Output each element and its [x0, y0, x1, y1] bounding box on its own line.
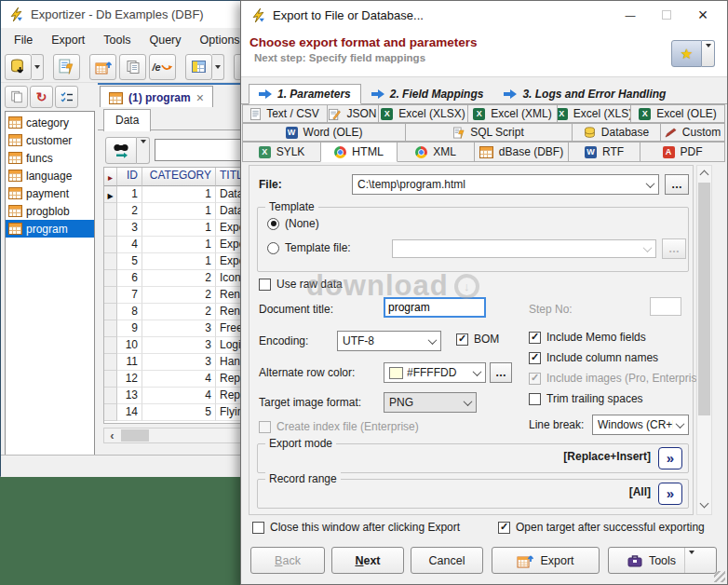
close-tab-icon[interactable] — [196, 90, 204, 105]
menu-file[interactable]: File — [5, 30, 42, 50]
scroll-left-icon[interactable] — [104, 429, 120, 442]
table-item-progblob[interactable]: progblob — [6, 202, 94, 220]
favorites-dropdown[interactable] — [702, 40, 715, 67]
format-tab-xml[interactable]: XML — [397, 142, 475, 162]
checklist-button[interactable] — [55, 86, 78, 108]
tab-data[interactable]: Data — [103, 109, 151, 131]
step-tab-parameters[interactable]: 1. Parameters — [249, 84, 361, 104]
table-item-language[interactable]: language — [6, 167, 94, 184]
refresh-button[interactable] — [30, 86, 53, 108]
format-tab-database[interactable]: Database — [572, 123, 661, 142]
format-tab-excel-xml[interactable]: Excel (XML) — [467, 104, 558, 123]
copy-table-button[interactable] — [5, 86, 28, 108]
chevron-down-icon[interactable] — [646, 179, 655, 188]
favorites-button[interactable] — [671, 40, 702, 67]
resize-grip[interactable] — [714, 571, 725, 582]
checkbox[interactable] — [529, 332, 541, 344]
radio-template-file[interactable] — [267, 242, 279, 254]
format-tab-sylk[interactable]: SYLK — [242, 142, 321, 162]
radio-none[interactable] — [267, 218, 279, 230]
column-header-category[interactable]: CATEGORY — [142, 168, 216, 186]
format-tab-html[interactable]: HTML — [320, 142, 398, 162]
cancel-button[interactable]: Cancel — [411, 547, 483, 574]
document-tab-program[interactable]: (1) program — [100, 86, 213, 109]
find-button[interactable] — [105, 137, 137, 164]
use-raw-data-checkbox[interactable]: Use raw data — [259, 278, 343, 291]
format-tab-pdf[interactable]: PDF — [640, 142, 725, 162]
format-tab-custom[interactable]: Custom — [660, 123, 725, 142]
chevron-down-icon[interactable] — [428, 335, 438, 345]
table-item-customer[interactable]: customer — [6, 131, 94, 149]
tools-button[interactable]: Tools — [608, 547, 717, 574]
chevron-down-icon[interactable] — [676, 419, 685, 429]
checkbox[interactable] — [529, 352, 541, 364]
open-database-button[interactable] — [5, 54, 32, 80]
next-button[interactable]: Next — [331, 547, 404, 574]
browse-file-button[interactable] — [665, 174, 689, 195]
format-tab-rtf[interactable]: RTF — [568, 142, 640, 162]
table-item-payment[interactable]: payment — [6, 184, 94, 202]
edit-data-button[interactable] — [53, 54, 80, 80]
trim-trailing-spaces-checkbox[interactable]: Trim trailing spaces — [529, 392, 643, 405]
target-image-format-combobox[interactable]: PNG — [384, 392, 477, 413]
format-tab-json[interactable]: JSON — [327, 104, 379, 123]
chevron-down-icon[interactable] — [473, 367, 482, 376]
parameters-scrollbar[interactable] — [696, 165, 712, 515]
open-database-dropdown[interactable] — [32, 54, 44, 80]
table-explorer: category customer funcs language payment… — [5, 111, 95, 456]
format-tab-dbase[interactable]: dBase (DBF) — [474, 142, 569, 162]
open-target-checkbox[interactable]: Open target after successful exporting — [498, 521, 705, 534]
copy-button[interactable] — [119, 54, 146, 80]
scrollbar-thumb[interactable] — [121, 429, 149, 442]
menu-tools[interactable]: Tools — [94, 30, 140, 50]
tools-dropdown[interactable] — [684, 548, 697, 573]
scroll-down-icon[interactable] — [700, 499, 709, 509]
format-tab-sql-script[interactable]: SQL Script — [405, 123, 573, 142]
export-command-button[interactable]: /e — [149, 54, 176, 80]
format-tab-word-ole[interactable]: Word (OLE) — [242, 123, 406, 142]
format-tab-excel-ole[interactable]: Excel (OLE) — [630, 104, 725, 123]
checkbox[interactable] — [456, 333, 468, 346]
back-button: Back — [250, 547, 325, 574]
table-item-category[interactable]: category — [6, 114, 94, 131]
template-none-option[interactable]: (None) — [267, 217, 319, 230]
menu-export[interactable]: Export — [42, 30, 94, 50]
find-dropdown[interactable] — [137, 137, 150, 164]
line-break-combobox[interactable]: Windows (CR+LF) — [592, 415, 689, 435]
minimize-button[interactable] — [615, 4, 645, 26]
file-combobox[interactable]: C:\temp\program.html — [352, 174, 659, 195]
close-after-export-checkbox[interactable]: Close this window after clicking Export — [252, 521, 460, 534]
table-item-funcs[interactable]: funcs — [6, 149, 94, 167]
include-column-names-checkbox[interactable]: Include column names — [529, 351, 658, 364]
export-table-button[interactable] — [89, 54, 116, 80]
scroll-up-icon[interactable] — [700, 170, 709, 180]
checkbox[interactable] — [252, 522, 264, 534]
view-table-dropdown[interactable] — [212, 54, 224, 80]
step-arrow-icon — [371, 89, 384, 99]
table-item-program[interactable]: program — [6, 220, 94, 238]
alternate-row-color-combobox[interactable]: #FFFFDD — [384, 362, 486, 383]
format-tab-excel-xls[interactable]: Excel (XLS) — [557, 104, 631, 123]
pick-color-button[interactable] — [490, 362, 512, 383]
checkbox[interactable] — [498, 522, 510, 534]
format-tab-excel-xlsx[interactable]: Excel (XLSX) — [378, 104, 468, 123]
format-tab-text-csv[interactable]: Text / CSV — [242, 104, 328, 123]
bom-checkbox[interactable]: BOM — [456, 333, 499, 346]
checkbox[interactable] — [259, 279, 271, 291]
include-memo-checkbox[interactable]: Include Memo fields — [529, 331, 646, 344]
close-button[interactable] — [688, 4, 718, 26]
column-header-id[interactable]: ID — [117, 168, 142, 186]
chevron-down-icon[interactable] — [464, 397, 473, 406]
step-tab-field-mappings[interactable]: 2. Field Mappings — [361, 84, 494, 104]
document-title-input[interactable] — [384, 297, 486, 318]
view-table-button[interactable] — [185, 54, 212, 80]
encoding-combobox[interactable]: UTF-8 — [337, 331, 441, 351]
checkbox[interactable] — [529, 393, 541, 405]
record-range-expand-button[interactable] — [658, 483, 682, 505]
menu-query[interactable]: Query — [140, 30, 190, 50]
export-mode-expand-button[interactable] — [658, 447, 682, 469]
step-tab-logs[interactable]: 3. Logs and Error Handling — [493, 84, 676, 104]
export-button[interactable]: Export — [492, 547, 600, 574]
scrollbar-thumb[interactable] — [698, 183, 710, 415]
template-file-option[interactable]: Template file: — [267, 241, 351, 254]
